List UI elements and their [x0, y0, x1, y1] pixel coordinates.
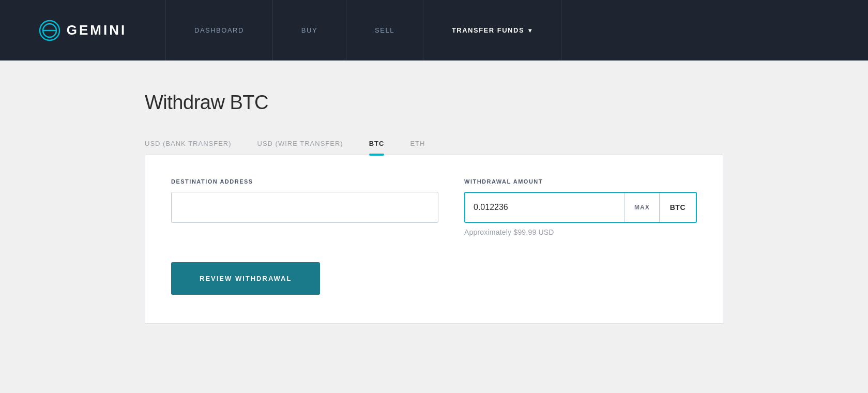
main-content: Withdraw BTC USD (BANK TRANSFER) USD (WI…	[0, 61, 868, 393]
nav-item-transfer-funds[interactable]: TRANSFER FUNDS ▾	[423, 0, 561, 61]
max-button[interactable]: MAX	[625, 193, 659, 222]
amount-input-wrapper: MAX BTC	[464, 192, 697, 223]
destination-address-input[interactable]	[171, 192, 438, 223]
destination-address-group: DESTINATION ADDRESS	[171, 178, 438, 223]
brand-name: GEMINI	[67, 22, 127, 38]
nav-item-sell[interactable]: SELL	[346, 0, 423, 61]
withdrawal-amount-label: WITHDRAWAL AMOUNT	[464, 178, 697, 185]
withdraw-tabs: USD (BANK TRANSFER) USD (WIRE TRANSFER) …	[145, 134, 723, 155]
page-title: Withdraw BTC	[145, 92, 723, 114]
nav-item-dashboard[interactable]: DASHBOARD	[166, 0, 273, 61]
nav-items: DASHBOARD BUY SELL TRANSFER FUNDS ▾	[165, 0, 868, 61]
destination-address-label: DESTINATION ADDRESS	[171, 178, 438, 185]
tab-usd-wire[interactable]: USD (WIRE TRANSFER)	[257, 134, 354, 155]
form-row: DESTINATION ADDRESS WITHDRAWAL AMOUNT MA…	[171, 178, 697, 236]
logo-area: GEMINI	[0, 0, 165, 61]
tab-eth[interactable]: ETH	[410, 134, 435, 155]
tab-btc[interactable]: BTC	[369, 134, 395, 155]
nav-item-buy[interactable]: BUY	[273, 0, 346, 61]
currency-label: BTC	[659, 193, 696, 222]
gemini-logo-icon	[39, 20, 60, 41]
chevron-down-icon: ▾	[528, 27, 532, 34]
navbar: GEMINI DASHBOARD BUY SELL TRANSFER FUNDS…	[0, 0, 868, 61]
tab-usd-bank[interactable]: USD (BANK TRANSFER)	[145, 134, 242, 155]
approx-usd-text: Approximately $99.99 USD	[464, 228, 697, 236]
withdraw-form-card: DESTINATION ADDRESS WITHDRAWAL AMOUNT MA…	[145, 155, 723, 324]
amount-input[interactable]	[465, 193, 625, 222]
withdrawal-amount-group: WITHDRAWAL AMOUNT MAX BTC Approximately …	[464, 178, 697, 236]
review-withdrawal-button[interactable]: REVIEW WITHDRAWAL	[171, 262, 320, 295]
